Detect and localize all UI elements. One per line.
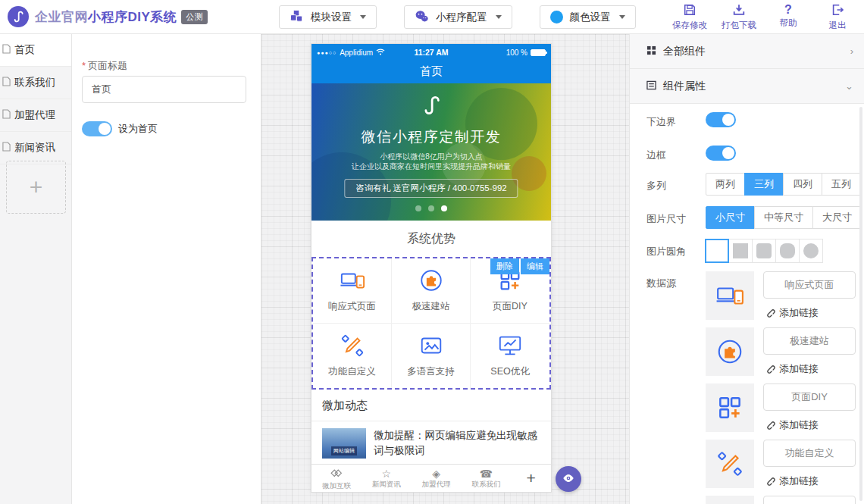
img-radius-label: 图片圆角 xyxy=(646,245,686,258)
datasource-title-input[interactable] xyxy=(763,271,856,299)
inspector-scrollbar[interactable] xyxy=(859,107,862,501)
radius-square[interactable] xyxy=(728,239,753,263)
datasource-item-partial xyxy=(706,496,857,504)
exit-button[interactable]: 退出 xyxy=(819,3,856,31)
banner-cta-pill[interactable]: 咨询有礼 送官网小程序 / 400-0755-992 xyxy=(344,179,518,198)
responsive-page-icon xyxy=(340,268,365,296)
component-inspector: 全部组件 › 组件属性 ⌄ 下边界 边框 多列 两列 三列 四列 五列 图片尺寸… xyxy=(629,34,864,504)
all-components-row[interactable]: 全部组件 › xyxy=(630,34,864,69)
page-diy-icon[interactable] xyxy=(706,383,754,432)
datasource-title-input[interactable] xyxy=(763,496,856,504)
add-link-button[interactable]: 添加链接 xyxy=(765,362,819,376)
news-list-item[interactable]: 网站编辑 微加提醒：网页编辑应避免出现敏感词与极限词 xyxy=(311,421,551,459)
tab-contact[interactable]: ☎ 联系我们 xyxy=(461,467,511,490)
feature-language[interactable]: 多语言支持 xyxy=(392,324,471,389)
tab-weijia[interactable]: 微加互联 xyxy=(311,466,362,491)
feature-custom[interactable]: 功能自定义 xyxy=(313,324,392,389)
set-home-toggle[interactable] xyxy=(82,121,112,136)
page-title-input[interactable] xyxy=(82,76,246,103)
list-icon xyxy=(646,80,656,92)
tag-diamond-icon: ◈ xyxy=(432,468,440,480)
phone-statusbar: ●●●○○ Applidium 11:27 AM 100 % xyxy=(311,44,551,61)
add-link-button[interactable]: 添加链接 xyxy=(765,474,819,488)
module-settings-dropdown[interactable]: 模块设置 xyxy=(279,5,377,29)
datasource-item-responsive: 添加链接 xyxy=(706,271,857,320)
radius-circle[interactable] xyxy=(799,239,823,263)
battery-icon xyxy=(531,49,546,56)
radius-small[interactable] xyxy=(752,239,776,263)
download-button[interactable]: 打包下载 xyxy=(720,3,758,31)
add-page-button[interactable]: + xyxy=(6,161,66,214)
tab-news[interactable]: ☆ 新闻资讯 xyxy=(362,467,412,490)
radius-none-selected[interactable] xyxy=(705,239,729,263)
datasource-title-input[interactable] xyxy=(763,440,856,467)
toggle-knob xyxy=(99,123,111,135)
tabbar-add-button[interactable]: + xyxy=(511,469,551,487)
star-icon: ☆ xyxy=(381,468,391,480)
bottom-border-label: 下边界 xyxy=(646,115,676,129)
delete-component-button[interactable]: 删除 xyxy=(490,258,519,274)
columns-option-2[interactable]: 两列 xyxy=(706,173,745,196)
bottom-border-toggle[interactable] xyxy=(706,112,736,127)
add-link-button[interactable]: 添加链接 xyxy=(765,306,819,320)
help-button[interactable]: ? 帮助 xyxy=(769,3,807,31)
wifi-icon xyxy=(376,49,385,57)
columns-option-4[interactable]: 四列 xyxy=(783,173,822,196)
link-icon xyxy=(765,475,775,488)
sidebar-item-home[interactable]: 首页 xyxy=(0,34,71,67)
selected-feature-component[interactable]: 删除 编辑 响应式页面 极速建站 xyxy=(311,257,551,390)
preview-button[interactable] xyxy=(556,466,581,492)
chevron-down-icon xyxy=(360,15,366,19)
columns-option-5[interactable]: 五列 xyxy=(822,173,861,196)
phone-preview: ●●●○○ Applidium 11:27 AM 100 % 首页 微信小程序定… xyxy=(311,43,552,493)
feature-responsive[interactable]: 响应式页面 xyxy=(313,258,392,324)
custom-function-icon xyxy=(340,333,365,361)
carousel-dot-active[interactable] xyxy=(441,205,447,211)
border-toggle[interactable] xyxy=(706,146,736,161)
miniprogram-config-dropdown[interactable]: 小程序配置 xyxy=(404,5,512,29)
carousel-dot[interactable] xyxy=(415,205,421,211)
help-icon: ? xyxy=(784,3,792,17)
color-circle-icon xyxy=(550,11,563,23)
feature-speed[interactable]: 极速建站 xyxy=(392,258,471,324)
diamonds-icon xyxy=(330,468,343,481)
sidebar-item-agency[interactable]: 加盟代理 xyxy=(0,99,71,132)
feature-seo[interactable]: SEO优化 xyxy=(471,324,549,389)
radius-medium[interactable] xyxy=(775,239,800,263)
exit-icon xyxy=(831,3,844,19)
selection-actions: 删除 编辑 xyxy=(490,258,549,274)
custom-function-icon[interactable] xyxy=(706,440,754,488)
tab-agency[interactable]: ◈ 加盟代理 xyxy=(412,467,462,490)
carousel-dot[interactable] xyxy=(428,205,434,211)
grid-icon xyxy=(646,45,656,58)
img-size-small-selected[interactable]: 小尺寸 xyxy=(706,206,755,229)
carousel-dots xyxy=(311,205,551,211)
edit-component-button[interactable]: 编辑 xyxy=(521,258,549,274)
columns-option-3-selected[interactable]: 三列 xyxy=(744,173,784,196)
link-icon xyxy=(765,419,775,432)
save-button[interactable]: 保存修改 xyxy=(671,3,709,31)
sidebar-item-contact[interactable]: 联系我们 xyxy=(0,67,71,99)
download-icon xyxy=(732,3,746,19)
header-actions: 保存修改 打包下载 ? 帮助 退出 xyxy=(671,3,856,31)
section-title-news: 微加动态 xyxy=(311,390,551,421)
fast-build-icon[interactable] xyxy=(706,327,754,376)
banner-component[interactable]: 微信小程序定制开发 小程序以微信8亿用户为切入点 让企业以及商家在短时间里实现提… xyxy=(311,83,551,221)
datasource-title-input[interactable] xyxy=(763,383,856,411)
add-link-button[interactable]: 添加链接 xyxy=(765,418,819,432)
img-size-medium[interactable]: 中等尺寸 xyxy=(754,206,813,229)
datasource-title-input[interactable] xyxy=(763,327,856,355)
banner-subtitle-2: 让企业以及商家在短时间里实现提升品牌和销量 xyxy=(311,161,551,172)
datasource-icon-tile[interactable] xyxy=(706,496,754,504)
color-settings-dropdown[interactable]: 颜色设置 xyxy=(540,5,636,29)
set-home-label: 设为首页 xyxy=(118,122,158,136)
carrier-label: Applidium xyxy=(340,49,373,57)
component-props-row[interactable]: 组件属性 ⌄ xyxy=(630,69,864,104)
img-size-large[interactable]: 大尺寸 xyxy=(812,206,862,229)
responsive-page-icon[interactable] xyxy=(706,271,754,320)
phone-icon: ☎ xyxy=(480,468,493,480)
columns-segmented: 两列 三列 四列 五列 xyxy=(706,173,861,196)
columns-label: 多列 xyxy=(646,179,666,193)
sidebar-item-news[interactable]: 新闻资讯 xyxy=(0,132,71,164)
app-logo: 企业官网小程序DIY系统公测 xyxy=(8,6,208,27)
